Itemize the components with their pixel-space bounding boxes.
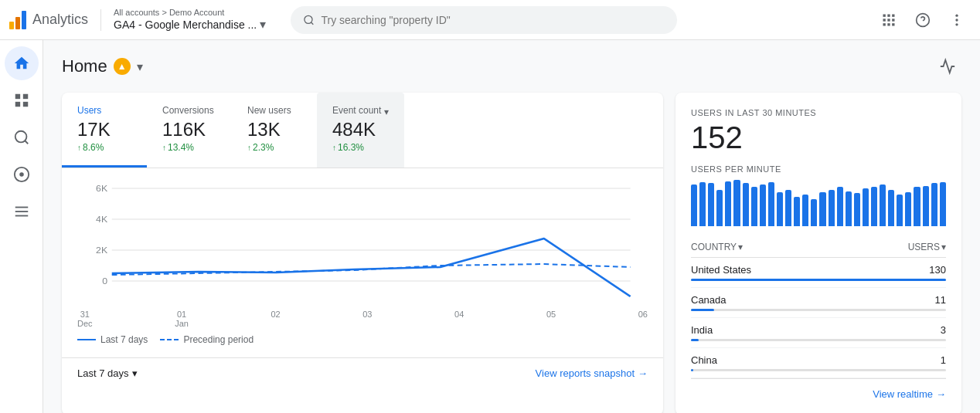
date-range-button[interactable]: Last 7 days ▾ (77, 367, 138, 379)
bar (699, 182, 706, 226)
realtime-sub-label: USERS PER MINUTE (691, 164, 946, 174)
sidebar (0, 40, 43, 413)
users-column-header[interactable]: USERS ▾ (908, 242, 946, 252)
search-input[interactable] (321, 14, 665, 26)
bar (819, 192, 825, 226)
country-users: 11 (935, 294, 946, 306)
more-options-icon-button[interactable] (943, 6, 971, 34)
metric-conversions[interactable]: Conversions 116K 13.4% (147, 93, 232, 168)
bar (931, 183, 937, 226)
date-range-dropdown-icon: ▾ (132, 367, 138, 379)
svg-text:0: 0 (102, 276, 107, 286)
svg-point-13 (955, 14, 958, 16)
metric-conversions-change: 13.4% (162, 142, 216, 153)
country-header-label: COUNTRY (691, 242, 737, 252)
search-bar[interactable] (291, 6, 677, 34)
country-table-header: COUNTRY ▾ USERS ▾ (691, 239, 946, 258)
realtime-section-label: USERS IN LAST 30 MINUTES (691, 108, 946, 117)
bar (716, 190, 723, 226)
country-bar-fill (691, 279, 946, 281)
warning-icon[interactable]: ▲ (114, 58, 131, 75)
bar (751, 187, 757, 226)
bar (777, 192, 783, 226)
legend-line-solid (77, 339, 96, 340)
svg-rect-2 (883, 14, 886, 16)
logo-area: Analytics (9, 11, 88, 29)
metric-event-count[interactable]: Event count ▾ 484K 16.3% (317, 93, 404, 168)
grid-icon-button[interactable] (875, 6, 903, 34)
main-layout: Home ▲ ▾ Users 17K (0, 40, 980, 413)
country-users: 1 (941, 354, 946, 366)
bar (837, 187, 843, 226)
metric-new-users-value: 13K (247, 119, 301, 140)
legend-last7-label: Last 7 days (100, 334, 148, 345)
sidebar-item-advertising[interactable] (5, 157, 39, 191)
title-dropdown-icon[interactable]: ▾ (137, 59, 143, 74)
page-header: Home ▲ ▾ (62, 52, 961, 80)
bar (794, 197, 800, 226)
line-chart: 6K 4K 2K 0 (77, 181, 648, 304)
country-bar-bg (691, 279, 946, 281)
chart-area: 6K 4K 2K 0 31Dec 01Jan 02 03 (62, 168, 663, 351)
svg-rect-8 (883, 23, 886, 25)
chart-card: Users 17K 8.6% Conversions 116K 13.4% Ne… (62, 93, 663, 413)
bar (863, 188, 869, 226)
metric-users[interactable]: Users 17K 8.6% (62, 93, 147, 168)
bar (923, 186, 929, 226)
svg-text:6K: 6K (96, 184, 107, 193)
view-realtime-link[interactable]: View realtime → (873, 388, 946, 400)
breadcrumb: All accounts > Demo Account (114, 8, 266, 17)
metric-event-count-change: 16.3% (332, 142, 389, 153)
nav-right (875, 6, 971, 34)
help-icon-button[interactable] (909, 6, 937, 34)
sidebar-item-reports[interactable] (5, 83, 39, 117)
country-bar-bg (691, 369, 946, 371)
country-users: 130 (929, 264, 946, 276)
country-users: 3 (941, 324, 946, 336)
view-reports-link[interactable]: View reports snapshot → (536, 367, 648, 379)
sidebar-item-configure[interactable] (5, 195, 39, 229)
users-header-label: USERS (908, 242, 940, 252)
bar (846, 191, 852, 226)
chart-footer: Last 7 days ▾ View reports snapshot → (62, 357, 663, 388)
svg-rect-17 (22, 94, 27, 99)
event-count-dropdown-icon[interactable]: ▾ (384, 107, 389, 117)
metric-event-count-value: 484K (332, 119, 389, 140)
country-name: India (691, 324, 713, 336)
country-row: China 1 (691, 348, 946, 378)
svg-point-15 (955, 23, 958, 25)
metric-users-label: Users (77, 105, 131, 116)
bar (768, 182, 774, 226)
svg-point-14 (955, 19, 958, 21)
users-per-minute-chart (691, 180, 946, 226)
legend-preceding-label: Preceding period (183, 334, 254, 345)
metrics-row: Users 17K 8.6% Conversions 116K 13.4% Ne… (62, 93, 663, 168)
bar (691, 184, 697, 226)
insights-icon-button[interactable] (934, 52, 961, 80)
top-nav: Analytics All accounts > Demo Account GA… (0, 0, 980, 40)
app-title: Analytics (32, 12, 88, 28)
bar (940, 182, 946, 226)
bar (743, 183, 749, 226)
metric-new-users[interactable]: New users 13K 2.3% (232, 93, 317, 168)
bar (725, 181, 731, 226)
legend-preceding: Preceding period (160, 334, 254, 345)
metric-new-users-label: New users (247, 105, 301, 116)
nav-divider (100, 9, 101, 31)
property-area[interactable]: All accounts > Demo Account GA4 - Google… (114, 8, 266, 32)
page-title: Home (62, 56, 107, 76)
svg-text:2K: 2K (96, 245, 107, 255)
country-bar-fill (691, 309, 714, 311)
metric-conversions-value: 116K (162, 119, 216, 140)
country-column-header[interactable]: COUNTRY ▾ (691, 242, 743, 252)
bar (880, 184, 886, 226)
property-name: GA4 - Google Merchandise ... (114, 19, 257, 31)
property-selector[interactable]: GA4 - Google Merchandise ... ▾ (114, 17, 266, 32)
country-name: China (691, 354, 717, 366)
bar (802, 195, 808, 226)
sidebar-item-home[interactable] (5, 46, 39, 80)
sidebar-item-explore[interactable] (5, 120, 39, 154)
svg-point-0 (305, 15, 312, 23)
realtime-card: USERS IN LAST 30 MINUTES 152 USERS PER M… (675, 93, 961, 413)
country-row: United States 130 (691, 258, 946, 288)
